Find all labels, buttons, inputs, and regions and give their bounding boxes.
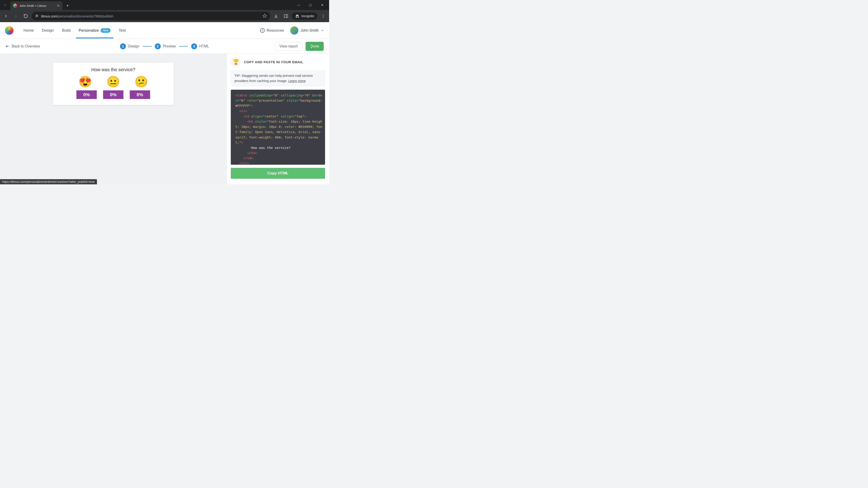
app-navbar: Home Design Build Personalize New Test i… [0, 22, 329, 39]
percent-bar: 0% [76, 90, 97, 99]
percent-row: 0% 0% 0% [59, 90, 168, 99]
step-label: HTML [199, 44, 209, 48]
browser-tab[interactable]: John Smith > Litmus ✕ [10, 1, 62, 10]
nav-forward-button[interactable] [12, 12, 20, 20]
tip-prefix: TIP: [235, 74, 242, 77]
percent-bar: 0% [130, 90, 150, 99]
tab-close-icon[interactable]: ✕ [57, 4, 60, 7]
step-separator [143, 46, 152, 46]
nav-design[interactable]: Design [41, 23, 55, 38]
reload-button[interactable] [22, 12, 30, 20]
nav-build[interactable]: Build [61, 23, 71, 38]
address-bar[interactable]: litmus.com/personalize/documents/7868/pu… [32, 12, 270, 20]
svg-point-12 [323, 17, 324, 18]
svg-point-11 [323, 16, 324, 17]
done-button[interactable]: Done [306, 42, 324, 51]
status-bar-link-preview: https://litmus.com/personalize/sentiment… [0, 179, 97, 184]
step-separator [179, 46, 188, 46]
main-content: How was the service? 😍 😐 😕 0% 0% 0% 🏆 CO… [0, 54, 329, 184]
litmus-logo[interactable] [5, 26, 13, 35]
tabs-dropdown-button[interactable] [2, 2, 8, 8]
emoji-neutral[interactable]: 😐 [106, 76, 120, 87]
incognito-indicator[interactable]: Incognito [292, 12, 317, 20]
chevron-down-icon [321, 29, 324, 32]
user-menu[interactable]: John Smith [290, 26, 324, 35]
arrow-left-icon [5, 44, 9, 48]
sidepanel-icon[interactable] [282, 12, 290, 20]
step-number: 3 [191, 43, 197, 49]
window-maximize-button[interactable]: ▢ [307, 3, 314, 7]
copy-html-button[interactable]: Copy HTML [231, 168, 325, 179]
tab-strip: John Smith > Litmus ✕ + ― ▢ ✕ [0, 0, 329, 10]
panel-header: 🏆 COPY AND PASTE IN YOUR EMAIL [231, 57, 325, 67]
html-code-output[interactable]: <table cellpadding="0" cellspacing="0" b… [231, 90, 325, 165]
step-number: 2 [155, 43, 161, 49]
emoji-confused[interactable]: 😕 [134, 76, 148, 87]
tab-title: John Smith > Litmus [20, 4, 55, 7]
preview-canvas: How was the service? 😍 😐 😕 0% 0% 0% [0, 54, 226, 184]
step-design[interactable]: 1 Design [120, 43, 140, 49]
emoji-row: 😍 😐 😕 [59, 76, 168, 87]
nav-test[interactable]: Test [118, 23, 127, 38]
user-name: John Smith [301, 29, 319, 33]
bookmark-star-icon[interactable] [262, 13, 267, 19]
tab-favicon [13, 4, 17, 8]
browser-toolbar: litmus.com/personalize/documents/7868/pu… [0, 10, 329, 22]
nav-home[interactable]: Home [23, 23, 35, 38]
step-preview[interactable]: 2 Preview [155, 43, 176, 49]
browser-menu-icon[interactable] [319, 12, 327, 20]
view-report-button[interactable]: View report [275, 42, 303, 51]
percent-bar: 0% [103, 90, 123, 99]
code-panel: 🏆 COPY AND PASTE IN YOUR EMAIL TIP: Stag… [226, 54, 329, 184]
window-controls: ― ▢ ✕ [295, 3, 326, 7]
app-root: Home Design Build Personalize New Test i… [0, 22, 329, 184]
nav-back-button[interactable] [2, 12, 10, 20]
svg-rect-8 [284, 14, 288, 18]
incognito-label: Incognito [301, 14, 314, 18]
window-close-button[interactable]: ✕ [319, 3, 326, 7]
subheader: Back to Overview 1 Design 2 Preview 3 HT… [0, 39, 329, 54]
step-label: Preview [163, 44, 176, 48]
tip-callout: TIP: Staggering sends can help prevent m… [231, 70, 325, 87]
resources-link[interactable]: i Resources [260, 28, 284, 33]
step-label: Design [128, 44, 140, 48]
step-indicator: 1 Design 2 Preview 3 HTML [120, 43, 209, 49]
browser-chrome: John Smith > Litmus ✕ + ― ▢ ✕ litmus.com… [0, 0, 329, 22]
svg-point-4 [37, 15, 38, 16]
svg-point-5 [36, 16, 37, 17]
resources-label: Resources [267, 29, 284, 33]
step-number: 1 [120, 43, 126, 49]
info-icon: i [260, 28, 265, 33]
svg-marker-6 [263, 14, 267, 18]
tip-learn-more-link[interactable]: Learn more [288, 79, 306, 83]
downloads-icon[interactable] [272, 12, 280, 20]
back-to-overview-link[interactable]: Back to Overview [5, 44, 40, 48]
trophy-icon: 🏆 [231, 57, 241, 67]
back-label: Back to Overview [12, 44, 40, 48]
panel-title: COPY AND PASTE IN YOUR EMAIL [244, 60, 303, 64]
svg-point-3 [36, 14, 37, 15]
nav-personalize[interactable]: Personalize New [78, 23, 112, 38]
svg-point-10 [323, 14, 324, 15]
site-settings-icon[interactable] [35, 14, 39, 19]
step-html[interactable]: 3 HTML [191, 43, 209, 49]
window-minimize-button[interactable]: ― [295, 3, 302, 7]
survey-preview-card: How was the service? 😍 😐 😕 0% 0% 0% [53, 62, 174, 105]
subheader-actions: View report Done [275, 42, 324, 51]
avatar [290, 26, 298, 35]
new-badge: New [101, 28, 111, 33]
nav-personalize-label: Personalize [79, 28, 99, 33]
url-text: litmus.com/personalize/documents/7868/pu… [41, 14, 113, 18]
emoji-love[interactable]: 😍 [79, 76, 92, 87]
survey-title: How was the service? [59, 67, 168, 72]
new-tab-button[interactable]: + [64, 2, 71, 9]
